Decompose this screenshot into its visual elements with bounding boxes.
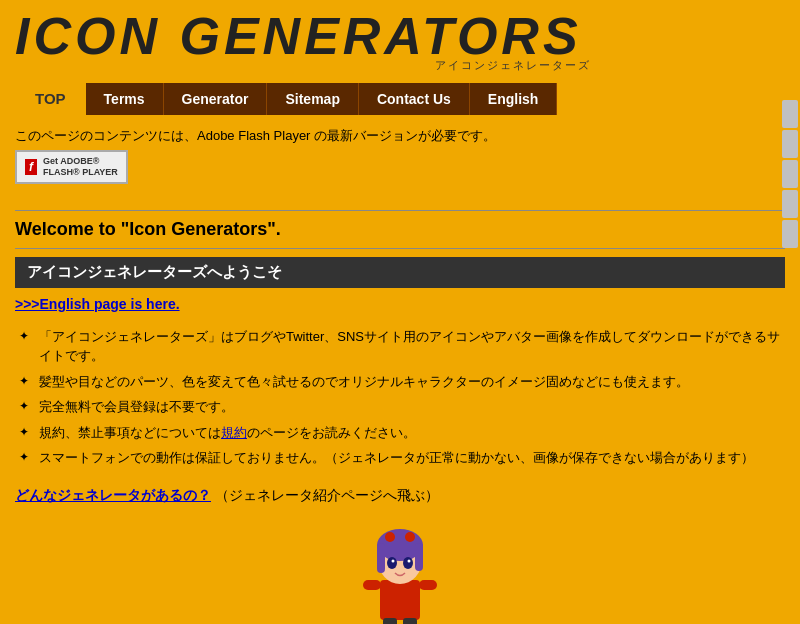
character-area bbox=[15, 515, 785, 624]
generator-page-link[interactable]: どんなジェネレータがあるの？ bbox=[15, 487, 211, 503]
flash-notice: このページのコンテンツには、Adobe Flash Player の最新バージョ… bbox=[0, 119, 800, 192]
nav-contact-link[interactable]: Contact Us bbox=[359, 83, 470, 115]
divider bbox=[15, 210, 785, 211]
header: iCON GENERATORS アイコンジェネレーターズ bbox=[0, 0, 800, 78]
generator-caption: （ジェネレータ紹介ページへ飛ぶ） bbox=[215, 487, 439, 503]
nav-generator-link[interactable]: Generator bbox=[164, 83, 268, 115]
main-content: Welcome to "Icon Generators". アイコンジェネレータ… bbox=[0, 192, 800, 624]
svg-point-9 bbox=[392, 559, 395, 562]
svg-rect-3 bbox=[377, 543, 385, 573]
logo-subtitle: アイコンジェネレーターズ bbox=[435, 58, 591, 73]
list-item: 髪型や目などのパーツ、色を変えて色々試せるのでオリジナルキャラクターのイメージ固… bbox=[15, 369, 785, 395]
svg-point-8 bbox=[403, 557, 413, 569]
list-item: スマートフォンでの動作は保証しておりません。（ジェネレータが正常に動かない、画像… bbox=[15, 445, 785, 471]
svg-rect-12 bbox=[419, 580, 437, 590]
logo-title: iCON GENERATORS bbox=[15, 10, 582, 62]
divider2 bbox=[15, 248, 785, 249]
nav-terms-link[interactable]: Terms bbox=[86, 83, 164, 115]
sidebar-tab[interactable] bbox=[782, 130, 798, 158]
flash-badge[interactable]: f Get ADOBE®FLASH® PLAYER bbox=[15, 150, 128, 184]
character-figure bbox=[355, 515, 445, 624]
sidebar-tab[interactable] bbox=[782, 220, 798, 248]
welcome-heading: Welcome to "Icon Generators". bbox=[15, 219, 785, 240]
english-page-link[interactable]: >>>English page is here. bbox=[15, 296, 180, 312]
svg-point-5 bbox=[385, 532, 395, 542]
right-sidebar bbox=[782, 100, 800, 248]
nav-english-link[interactable]: English bbox=[470, 83, 558, 115]
list-item: 完全無料で会員登録は不要です。 bbox=[15, 394, 785, 420]
nav-top-link[interactable]: TOP bbox=[15, 82, 86, 115]
feature-list: 「アイコンジェネレーターズ」はブログやTwitter、SNSサイト用のアイコンや… bbox=[15, 324, 785, 471]
list-item: 規約、禁止事項などについては規約のページをお読みください。 bbox=[15, 420, 785, 446]
flash-notice-text: このページのコンテンツには、Adobe Flash Player の最新バージョ… bbox=[15, 128, 496, 143]
flash-badge-text: Get ADOBE®FLASH® PLAYER bbox=[43, 156, 118, 178]
sidebar-tab[interactable] bbox=[782, 100, 798, 128]
svg-rect-14 bbox=[403, 618, 417, 624]
nav-sitemap-link[interactable]: Sitemap bbox=[267, 83, 358, 115]
sidebar-tab[interactable] bbox=[782, 160, 798, 188]
section-header: アイコンジェネレーターズへようこそ bbox=[15, 257, 785, 288]
terms-inline-link[interactable]: 規約 bbox=[221, 425, 247, 440]
svg-rect-11 bbox=[363, 580, 381, 590]
svg-point-10 bbox=[408, 559, 411, 562]
navigation: TOP Terms Generator Sitemap Contact Us E… bbox=[0, 78, 800, 119]
svg-point-7 bbox=[387, 557, 397, 569]
svg-rect-4 bbox=[415, 543, 423, 571]
svg-rect-0 bbox=[380, 580, 420, 620]
svg-point-6 bbox=[405, 532, 415, 542]
list-item: 「アイコンジェネレーターズ」はブログやTwitter、SNSサイト用のアイコンや… bbox=[15, 324, 785, 369]
generator-link-section: どんなジェネレータがあるの？ （ジェネレータ紹介ページへ飛ぶ） bbox=[15, 487, 785, 505]
sidebar-tab[interactable] bbox=[782, 190, 798, 218]
svg-rect-13 bbox=[383, 618, 397, 624]
flash-icon: f bbox=[25, 159, 37, 175]
